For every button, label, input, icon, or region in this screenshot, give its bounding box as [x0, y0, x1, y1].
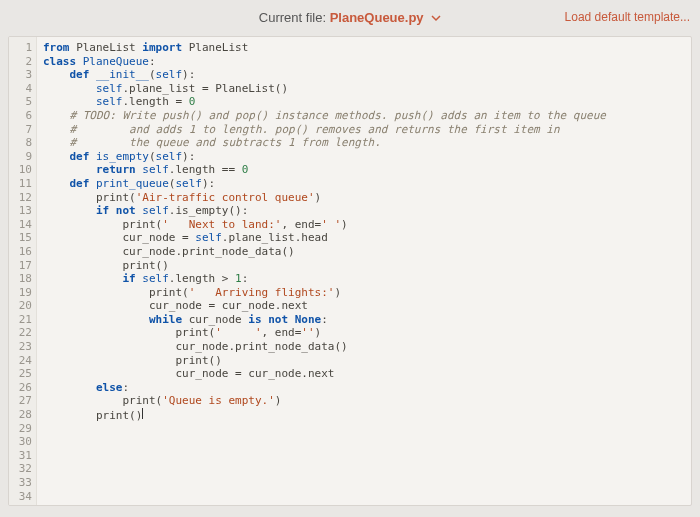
- line-number: 23: [9, 340, 32, 354]
- line-number: 16: [9, 245, 32, 259]
- line-number: 11: [9, 177, 32, 191]
- line-number: 26: [9, 381, 32, 395]
- code-line[interactable]: print(' Arriving flights:'): [43, 286, 691, 300]
- code-line[interactable]: cur_node = cur_node.next: [43, 299, 691, 313]
- line-number: 22: [9, 326, 32, 340]
- line-number: 32: [9, 462, 32, 476]
- line-number: 33: [9, 476, 32, 490]
- line-number: 29: [9, 422, 32, 436]
- code-line[interactable]: cur_node.print_node_data(): [43, 245, 691, 259]
- load-default-template-link[interactable]: Load default template...: [565, 10, 690, 24]
- line-number: 4: [9, 82, 32, 96]
- code-line[interactable]: if self.length > 1:: [43, 272, 691, 286]
- code-line[interactable]: print('Air-traffic control queue'): [43, 191, 691, 205]
- line-number: 7: [9, 123, 32, 137]
- text-cursor: [142, 408, 143, 419]
- line-number: 24: [9, 354, 32, 368]
- line-number: 19: [9, 286, 32, 300]
- line-number: 8: [9, 136, 32, 150]
- current-file-prefix: Current file:: [259, 10, 326, 25]
- current-file-name: PlaneQueue.py: [330, 10, 424, 25]
- code-line[interactable]: print(): [43, 408, 691, 423]
- line-number: 2: [9, 55, 32, 69]
- code-line[interactable]: else:: [43, 381, 691, 395]
- line-number: 5: [9, 95, 32, 109]
- code-line[interactable]: from PlaneList import PlaneList: [43, 41, 691, 55]
- line-number: 18: [9, 272, 32, 286]
- code-line[interactable]: class PlaneQueue:: [43, 55, 691, 69]
- code-line[interactable]: print(): [43, 259, 691, 273]
- code-line[interactable]: print(): [43, 354, 691, 368]
- code-line[interactable]: def __init__(self):: [43, 68, 691, 82]
- code-line[interactable]: def is_empty(self):: [43, 150, 691, 164]
- line-number: 13: [9, 204, 32, 218]
- line-number: 21: [9, 313, 32, 327]
- code-line[interactable]: cur_node = cur_node.next: [43, 367, 691, 381]
- code-line[interactable]: self.plane_list = PlaneList(): [43, 82, 691, 96]
- code-line[interactable]: def print_queue(self):: [43, 177, 691, 191]
- code-area[interactable]: from PlaneList import PlaneListclass Pla…: [37, 37, 691, 505]
- code-line[interactable]: print('Queue is empty.'): [43, 394, 691, 408]
- chevron-down-icon: [431, 11, 441, 26]
- code-line[interactable]: # and adds 1 to length. pop() removes an…: [43, 123, 691, 137]
- line-number: 27: [9, 394, 32, 408]
- line-number: 25: [9, 367, 32, 381]
- code-line[interactable]: while cur_node is not None:: [43, 313, 691, 327]
- code-line[interactable]: return self.length == 0: [43, 163, 691, 177]
- line-number: 34: [9, 490, 32, 504]
- code-line[interactable]: cur_node = self.plane_list.head: [43, 231, 691, 245]
- code-editor[interactable]: 1234567891011121314151617181920212223242…: [8, 36, 692, 506]
- line-number: 6: [9, 109, 32, 123]
- code-line[interactable]: print(' ', end=''): [43, 326, 691, 340]
- line-number: 14: [9, 218, 32, 232]
- line-number: 1: [9, 41, 32, 55]
- line-number: 9: [9, 150, 32, 164]
- code-line[interactable]: print(' Next to land:', end=' '): [43, 218, 691, 232]
- line-number: 31: [9, 449, 32, 463]
- code-line[interactable]: # TODO: Write push() and pop() instance …: [43, 109, 691, 123]
- line-number: 30: [9, 435, 32, 449]
- code-line[interactable]: cur_node.print_node_data(): [43, 340, 691, 354]
- line-number: 15: [9, 231, 32, 245]
- code-line[interactable]: if not self.is_empty():: [43, 204, 691, 218]
- line-number: 10: [9, 163, 32, 177]
- code-line[interactable]: # the queue and subtracts 1 from length.: [43, 136, 691, 150]
- line-number-gutter: 1234567891011121314151617181920212223242…: [9, 37, 37, 505]
- header-bar: Current file: PlaneQueue.py Load default…: [0, 0, 700, 36]
- line-number: 12: [9, 191, 32, 205]
- code-line[interactable]: self.length = 0: [43, 95, 691, 109]
- line-number: 28: [9, 408, 32, 422]
- line-number: 17: [9, 259, 32, 273]
- line-number: 20: [9, 299, 32, 313]
- line-number: 3: [9, 68, 32, 82]
- app-root: { "header":{ "prefix":"Current file:", "…: [0, 0, 700, 517]
